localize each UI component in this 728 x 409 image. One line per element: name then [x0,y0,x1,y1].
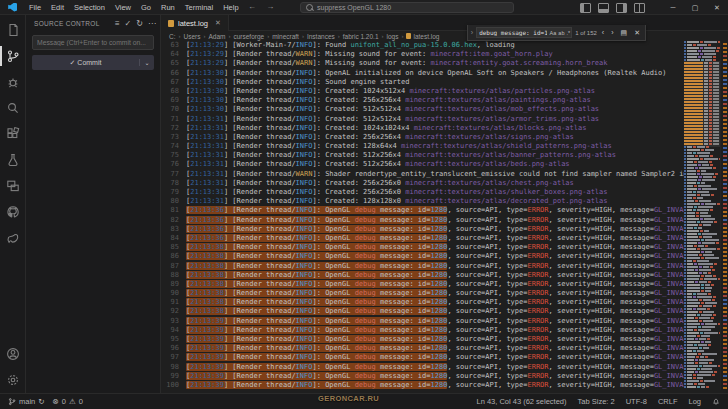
refresh-icon[interactable]: ↻ [136,19,143,28]
view-and-sort-icon[interactable]: ≡ [115,19,120,28]
menu-file[interactable]: File [24,3,46,12]
toggle-panel-icon[interactable] [598,3,609,13]
eol-status[interactable]: CRLF [658,397,678,406]
window-controls: ─▢✕ [662,0,728,15]
tab-latest-log[interactable]: latest.log ✕ [161,15,229,31]
log-line: 64[21:13:29] [Render thread/WARN]: Missi… [161,50,684,59]
breadcrumb-item[interactable]: fabric 1.20.1 [343,33,379,40]
log-line: 90[21:13:38] [Render thread/INFO]: OpenG… [161,289,684,298]
warnings-icon: ⚠ [69,397,76,406]
breadcrumb-item[interactable]: minecraft [272,33,299,40]
close-button[interactable]: ✕ [706,0,728,15]
editor-content[interactable]: 63[21:13:29] [Worker-Main-7/INFO]: Found… [161,41,684,390]
watermark: GERONCAR.RU [318,394,379,403]
sidebar-item-testing[interactable] [0,147,26,173]
find-in-selection-icon[interactable]: ▤ [619,29,630,37]
breadcrumb-item[interactable]: curseforge [233,33,264,40]
sidebar-item-extensions[interactable] [0,121,26,147]
minimap[interactable] [684,41,720,390]
sidebar-item-explorer[interactable] [0,17,26,43]
menu-view[interactable]: View [110,3,136,12]
log-line: 72[21:13:31] [Render thread/INFO]: Creat… [161,124,684,133]
log-line: 79[21:13:31] [Render thread/INFO]: Creat… [161,188,684,197]
regex-icon[interactable]: .* [565,30,571,36]
log-line: 98[21:13:39] [Render thread/INFO]: OpenG… [161,363,684,372]
sidebar-item-gradle[interactable] [0,225,26,251]
menu-edit[interactable]: Edit [46,3,69,12]
sidebar-item-source-control[interactable] [0,43,26,69]
match-case-icon[interactable]: Aa [549,30,558,36]
customize-layout-icon[interactable] [634,3,645,13]
log-line: 70[21:13:30] [Render thread/INFO]: Creat… [161,105,684,114]
sidebar-item-run-debug[interactable] [0,69,26,95]
log-line: 68[21:13:30] [Render thread/INFO]: Creat… [161,87,684,96]
notifications-bell[interactable] [712,397,720,406]
indentation-status[interactable]: Tab Size: 2 [578,397,615,406]
whole-word-icon[interactable]: ab [557,30,565,36]
breadcrumb-separator: › [267,33,269,39]
branch-status[interactable]: main ↻ [8,397,45,406]
menu-help[interactable]: Help [218,3,243,12]
sidebar-item-github[interactable] [0,199,26,225]
sidebar-item-search[interactable] [0,95,26,121]
run-and-debug-icon [6,75,20,89]
log-line: 88[21:13:38] [Render thread/INFO]: OpenG… [161,271,684,280]
log-line: 100[21:13:39] [Render thread/INFO]: Open… [161,381,684,390]
close-find-icon[interactable]: ✕ [632,29,642,37]
command-center-search[interactable]: suppress OpenGL 1280 [300,2,514,13]
commit-icon[interactable]: ✓ [125,19,132,28]
maximize-button[interactable]: ▢ [684,0,706,15]
menu-run[interactable]: Run [156,3,180,12]
log-line: 83[21:13:36] [Render thread/INFO]: OpenG… [161,225,684,234]
find-match-highlight: [21:13:38] [Render thread/INFO]: OpenGL … [186,252,447,260]
menu-selection[interactable]: Selection [69,3,110,12]
find-match-highlight: [21:13:39] [Render thread/INFO]: OpenGL … [186,344,447,352]
branch-icon [8,397,16,406]
problems-status[interactable]: ⊗0 ⚠0 [53,397,83,406]
breadcrumb-item[interactable]: logs [387,33,399,40]
find-match-highlight: [21:13:38] [Render thread/INFO]: OpenGL … [186,262,447,270]
manage-button[interactable] [0,367,26,393]
breadcrumb-item[interactable]: Adam [208,33,225,40]
breadcrumb-item[interactable]: Users [184,33,201,40]
sync-icon: ↻ [38,397,44,406]
layout-controls [580,3,652,13]
log-line: 80[21:13:31] [Render thread/INFO]: Creat… [161,197,684,206]
nav-history-arrows[interactable]: ← → [248,2,278,11]
commit-message-input[interactable] [32,35,154,50]
accounts-button[interactable] [0,341,26,367]
language-mode-status[interactable]: Log [688,397,701,406]
commit-button[interactable]: ✓ Commit ⌄ [32,55,154,70]
menu-go[interactable]: Go [136,3,156,12]
find-widget: › Aa ab .* 1 of 152 ‹ › ▤ ✕ [467,25,646,41]
toggle-replace-icon[interactable]: › [471,29,473,36]
find-input[interactable] [477,29,548,36]
branch-name: main [19,397,35,406]
log-line: 77[21:13:31] [Render thread/WARN]: Shade… [161,170,684,179]
cursor-position[interactable]: Ln 43, Col 43 (62 selected) [476,397,566,406]
menu-terminal[interactable]: Terminal [180,3,218,12]
previous-match-button[interactable]: ‹ [600,29,606,36]
minimize-button[interactable]: ─ [662,0,684,15]
next-match-button[interactable]: › [609,29,615,36]
commit-dropdown-button[interactable]: ⌄ [139,59,154,66]
breadcrumb-item[interactable]: Instances [307,33,335,40]
breadcrumb-item[interactable]: latest.log [406,33,439,40]
minimap-slider[interactable] [684,61,720,147]
more-actions-icon[interactable]: ⋯ [148,19,156,28]
log-line: 71[21:13:31] [Render thread/INFO]: Creat… [161,115,684,124]
find-match-highlight: [21:13:36] [Render thread/INFO]: OpenGL … [186,234,447,242]
toggle-secondary-sidebar-icon[interactable] [616,3,627,13]
vscode-logo-icon [8,3,17,12]
sidebar-item-remote-explorer[interactable] [0,173,26,199]
find-match-highlight: [21:13:39] [Render thread/INFO]: OpenGL … [186,317,447,325]
toggle-sidebar-icon[interactable] [580,3,591,13]
find-match-highlight: [21:13:39] [Render thread/INFO]: OpenGL … [186,353,447,361]
tab-close-icon[interactable]: ✕ [215,19,221,27]
overview-ruler [720,41,728,390]
encoding-status[interactable]: UTF-8 [626,397,647,406]
log-line: 85[21:13:38] [Render thread/INFO]: OpenG… [161,243,684,252]
check-icon: ✓ [70,59,76,66]
breadcrumb-item[interactable]: C: [169,33,176,40]
log-line: 81[21:13:36] [Render thread/INFO]: OpenG… [161,206,684,215]
